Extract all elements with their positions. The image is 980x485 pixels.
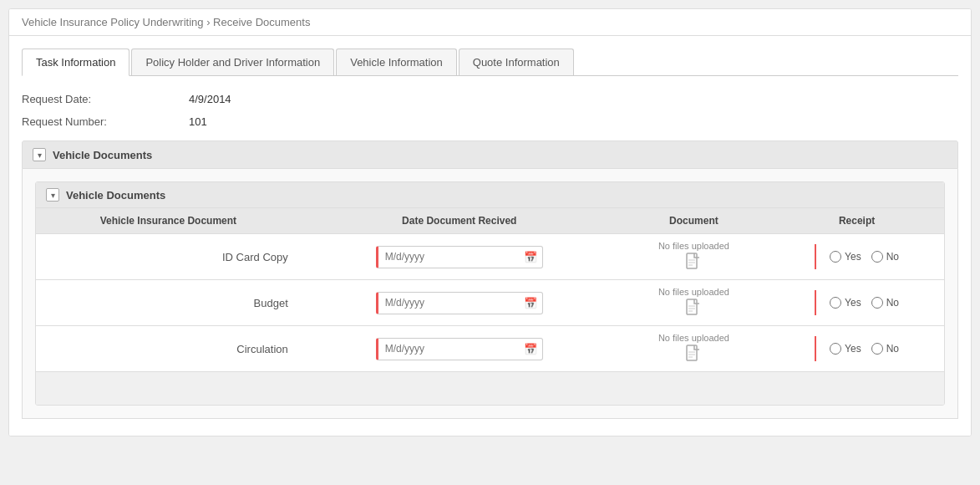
table-header-row: Vehicle Insurance Document Date Document… [36,208,944,234]
col-header-document: Vehicle Insurance Document [36,208,301,234]
breadcrumb-separator: › [206,16,210,28]
radio-group-2: Yes No [830,343,899,355]
outer-section-header[interactable]: ▾ Vehicle Documents [22,140,958,169]
receipt-cell-1: Yes No [769,280,944,326]
receipt-divider-1 [815,290,816,315]
doc-name-0: ID Card Copy [36,234,301,280]
tab-task-information[interactable]: Task Information [22,48,129,76]
table-row: Circulation 📅 No files uploaded [36,326,944,372]
file-icon-1[interactable] [686,299,701,319]
date-input-wrapper-1[interactable]: 📅 [376,292,543,314]
request-date-label: Request Date: [22,93,189,105]
date-input-wrapper-2[interactable]: 📅 [376,338,543,360]
radio-no-label-1[interactable]: No [871,297,899,309]
radio-yes-0[interactable] [830,251,841,263]
no-files-text-1: No files uploaded [658,287,729,297]
outer-section: ▾ Vehicle Documents ▾ Vehicle Documents … [22,140,958,419]
radio-no-0[interactable] [871,251,883,263]
upload-area-1: No files uploaded [627,287,761,319]
upload-area-0: No files uploaded [627,241,761,273]
col-header-doc: Document [618,208,769,234]
tabs-container: Task Information Policy Holder and Drive… [9,36,971,76]
receipt-divider-2 [815,336,816,361]
receipt-area-0: Yes No [778,244,936,269]
content-area: Request Date: 4/9/2014 Request Number: 1… [9,76,971,436]
svg-rect-8 [687,345,697,360]
no-files-text-2: No files uploaded [658,333,729,343]
doc-name-2: Circulation [36,326,301,372]
table-bottom-bar [36,371,944,405]
date-input-2[interactable] [378,339,519,359]
tab-quote-information[interactable]: Quote Information [459,48,574,75]
radio-group-0: Yes No [830,251,899,263]
documents-table: Vehicle Insurance Document Date Document… [36,208,944,371]
radio-no-2[interactable] [871,343,883,355]
request-date-row: Request Date: 4/9/2014 [22,93,958,105]
breadcrumb-root: Vehicle Insurance Policy Underwriting [22,16,204,28]
tab-vehicle-information[interactable]: Vehicle Information [336,48,457,75]
radio-yes-label-2[interactable]: Yes [830,343,861,355]
date-cell-0: 📅 [301,234,618,280]
radio-no-label-0[interactable]: No [871,251,899,263]
receipt-area-1: Yes No [778,290,936,315]
table-row: ID Card Copy 📅 No files uploaded [36,234,944,280]
radio-no-text-2: No [886,343,899,355]
request-number-row: Request Number: 101 [22,115,958,128]
date-input-0[interactable] [378,247,519,267]
receipt-cell-2: Yes No [769,326,944,372]
radio-no-text-0: No [886,251,899,263]
outer-section-title: Vehicle Documents [53,149,152,161]
inner-section-title: Vehicle Documents [66,189,165,202]
date-cell-1: 📅 [301,280,618,326]
date-input-wrapper-0[interactable]: 📅 [376,246,543,268]
file-icon-2[interactable] [686,345,701,365]
radio-yes-text-0: Yes [845,251,861,263]
col-header-receipt: Receipt [769,208,944,234]
tab-policy-holder[interactable]: Policy Holder and Driver Information [131,48,334,75]
table-row: Budget 📅 No files uploaded [36,280,944,326]
date-input-1[interactable] [378,293,519,313]
radio-yes-label-0[interactable]: Yes [830,251,861,263]
document-cell-0: No files uploaded [618,234,769,280]
radio-yes-text-1: Yes [845,297,861,309]
date-cell-2: 📅 [301,326,618,372]
calendar-icon-1[interactable]: 📅 [519,293,542,314]
page-wrapper: Vehicle Insurance Policy Underwriting › … [8,8,972,436]
radio-no-label-2[interactable]: No [871,343,899,355]
upload-area-2: No files uploaded [627,333,761,365]
radio-yes-2[interactable] [830,343,841,355]
radio-yes-1[interactable] [830,297,841,309]
receipt-divider-0 [815,244,816,269]
request-date-value: 4/9/2014 [189,93,231,105]
no-files-text-0: No files uploaded [658,241,729,251]
svg-rect-4 [687,299,697,314]
inner-section: ▾ Vehicle Documents Vehicle Insurance Do… [35,181,945,406]
request-number-value: 101 [189,115,207,128]
file-icon-0[interactable] [686,253,701,273]
outer-collapse-icon: ▾ [33,148,46,161]
breadcrumb: Vehicle Insurance Policy Underwriting › … [9,9,971,36]
radio-yes-label-1[interactable]: Yes [830,297,861,309]
col-header-date: Date Document Recived [301,208,618,234]
document-cell-1: No files uploaded [618,280,769,326]
radio-yes-text-2: Yes [845,343,861,355]
breadcrumb-current: Receive Documents [213,16,310,28]
document-cell-2: No files uploaded [618,326,769,372]
calendar-icon-2[interactable]: 📅 [519,339,542,360]
tabs: Task Information Policy Holder and Drive… [22,48,958,76]
inner-collapse-icon: ▾ [46,188,59,202]
doc-name-1: Budget [36,280,301,326]
radio-no-1[interactable] [871,297,883,309]
inner-section-header[interactable]: ▾ Vehicle Documents [36,182,944,208]
outer-section-body: ▾ Vehicle Documents Vehicle Insurance Do… [22,169,958,419]
receipt-cell-0: Yes No [769,234,944,280]
receipt-area-2: Yes No [778,336,936,361]
request-number-label: Request Number: [22,115,189,128]
radio-group-1: Yes No [830,297,899,309]
svg-rect-0 [687,253,697,268]
calendar-icon-0[interactable]: 📅 [519,247,542,268]
radio-no-text-1: No [886,297,899,309]
